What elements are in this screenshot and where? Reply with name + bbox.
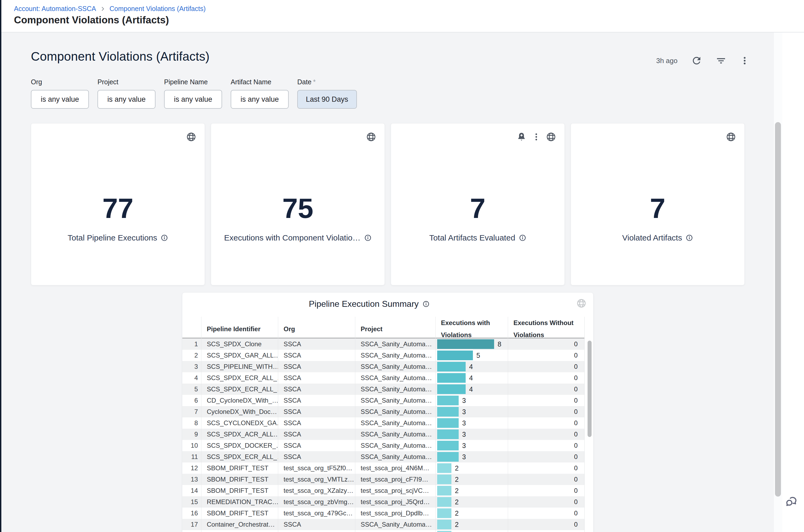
stat-label: Violated Artifacts bbox=[622, 233, 682, 242]
table-row-partial bbox=[182, 530, 584, 532]
filter-value-chip[interactable]: is any value bbox=[231, 90, 289, 109]
violations-bar[interactable] bbox=[437, 452, 459, 462]
filter-label: Org bbox=[31, 78, 89, 86]
pipeline-identifier-cell: SBOM_DRIFT_TEST bbox=[201, 508, 278, 519]
globe-icon[interactable] bbox=[546, 132, 556, 142]
breadcrumb-account-link[interactable]: Account: Automation-SSCA bbox=[14, 5, 96, 13]
violations-bar[interactable] bbox=[437, 486, 451, 495]
column-header[interactable]: Executions with Violations bbox=[435, 317, 508, 341]
project-cell: test_ssca_proj_4N6M… bbox=[355, 462, 435, 474]
violations-bar[interactable] bbox=[437, 373, 466, 383]
page-scrollbar[interactable] bbox=[775, 122, 781, 497]
refresh-icon[interactable] bbox=[691, 55, 702, 66]
executions-without-violations-cell: 0 bbox=[508, 462, 585, 474]
executions-with-violations-cell: 3 bbox=[435, 429, 508, 440]
executions-with-violations-cell: 3 bbox=[435, 406, 508, 417]
bell-plus-icon[interactable] bbox=[516, 132, 527, 142]
pipeline-identifier-cell: SCS_PIPELINE_WITH… bbox=[201, 361, 278, 372]
kebab-menu-icon[interactable] bbox=[740, 56, 749, 65]
table-row: 6CD_CycloneDX_With_…SSCASSCA_Sanity_Auto… bbox=[182, 395, 584, 406]
table-row: 3SCS_PIPELINE_WITH…SSCASSCA_Sanity_Autom… bbox=[182, 361, 584, 372]
info-icon[interactable] bbox=[519, 234, 526, 242]
table-row: 2SCS_SPDX_GAR_ALL…SSCASSCA_Sanity_Automa… bbox=[182, 350, 584, 361]
executions-without-violations-cell: 0 bbox=[508, 350, 585, 361]
org-cell: test_ssca_org_VMTLz… bbox=[278, 474, 355, 485]
filter-value-chip[interactable]: is any value bbox=[31, 90, 89, 109]
pipeline-identifier-cell: SCS_SPDX_GAR_ALL… bbox=[201, 350, 278, 361]
info-icon[interactable] bbox=[161, 234, 168, 242]
violations-bar[interactable] bbox=[437, 384, 466, 394]
org-cell: SSCA bbox=[278, 440, 355, 451]
violations-bar[interactable] bbox=[437, 362, 466, 372]
globe-icon[interactable] bbox=[366, 132, 376, 142]
row-number-cell: 1 bbox=[182, 339, 201, 350]
violations-bar-value: 4 bbox=[469, 374, 473, 382]
table-row: 17Container_Orchestrat…SSCASSCA_Sanity_A… bbox=[182, 519, 584, 530]
violations-bar[interactable] bbox=[437, 350, 473, 360]
violations-bar[interactable] bbox=[437, 508, 451, 518]
column-header[interactable]: Org bbox=[278, 317, 355, 341]
violations-bar[interactable] bbox=[437, 418, 459, 428]
breadcrumb-current-link[interactable]: Component Violations (Artifacts) bbox=[110, 5, 206, 13]
filter-label: Date* bbox=[297, 78, 357, 86]
violations-bar[interactable] bbox=[437, 430, 459, 439]
executions-without-violations-cell: 0 bbox=[508, 395, 585, 406]
violations-bar-value: 3 bbox=[462, 419, 466, 427]
org-cell: SSCA bbox=[278, 451, 355, 462]
row-number-cell: 10 bbox=[182, 440, 201, 451]
table-row: 14SBOM_DRIFT_TESTtest_ssca_org_XZalzy…te… bbox=[182, 485, 584, 496]
executions-with-violations-cell: 8 bbox=[435, 339, 508, 350]
globe-icon[interactable] bbox=[186, 132, 197, 142]
pipeline-identifier-cell bbox=[201, 530, 278, 532]
filter-icon[interactable] bbox=[716, 55, 726, 66]
row-number-cell: 7 bbox=[182, 406, 201, 417]
stat-label-row: Violated Artifacts bbox=[571, 233, 744, 242]
violations-bar-value: 4 bbox=[469, 363, 473, 371]
table-scrollbar[interactable] bbox=[587, 341, 592, 437]
table-title-row: Pipeline Execution Summary bbox=[182, 299, 556, 309]
row-number-cell: 5 bbox=[182, 384, 201, 395]
violations-bar[interactable] bbox=[437, 441, 459, 450]
filter-value-chip[interactable]: Last 90 Days bbox=[297, 90, 357, 109]
column-header[interactable]: Project bbox=[355, 317, 435, 341]
project-cell: SSCA_Sanity_Automa… bbox=[355, 429, 435, 440]
table-row: 8SCS_CYCLONEDX_GA…SSCASSCA_Sanity_Automa… bbox=[182, 417, 584, 429]
pipeline-identifier-cell: CycloneDX_With_Doc… bbox=[201, 406, 278, 417]
pipeline-identifier-cell: SCS_CYCLONEDX_GA… bbox=[201, 417, 278, 429]
info-icon[interactable] bbox=[686, 234, 693, 242]
filter-bar: Orgis any valueProjectis any valuePipeli… bbox=[31, 78, 357, 109]
stat-label: Total Pipeline Executions bbox=[68, 233, 157, 242]
stat-value: 77 bbox=[31, 194, 205, 223]
row-number-cell: 12 bbox=[182, 462, 201, 474]
filter-value-chip[interactable]: is any value bbox=[164, 90, 222, 109]
violations-bar[interactable] bbox=[437, 463, 451, 473]
table-row: 5SCS_SPDX_ECR_ALL_…SSCASSCA_Sanity_Autom… bbox=[182, 384, 584, 395]
row-number-cell: 16 bbox=[182, 508, 201, 519]
project-cell: SSCA_Sanity_Automa… bbox=[355, 440, 435, 451]
info-icon[interactable] bbox=[423, 300, 430, 308]
violations-bar-value: 3 bbox=[462, 442, 466, 450]
info-icon[interactable] bbox=[364, 234, 372, 242]
filter-value-chip[interactable]: is any value bbox=[97, 90, 155, 109]
column-header[interactable]: Executions Without Violations bbox=[508, 317, 585, 341]
violations-bar[interactable] bbox=[437, 396, 459, 405]
org-cell: test_ssca_org_zbVmg… bbox=[278, 496, 355, 508]
globe-icon[interactable] bbox=[576, 298, 587, 310]
violations-bar[interactable] bbox=[437, 520, 451, 529]
violations-bar[interactable] bbox=[437, 497, 451, 507]
table-row: 13SBOM_DRIFT_TESTtest_ssca_org_VMTLz…tes… bbox=[182, 474, 584, 485]
org-cell: test_ssca_org_XZalzy… bbox=[278, 485, 355, 496]
column-header[interactable]: Pipeline Identifier bbox=[201, 317, 278, 341]
chat-bubbles-icon[interactable] bbox=[784, 494, 800, 511]
violations-bar[interactable] bbox=[437, 407, 459, 417]
violations-bar[interactable] bbox=[437, 531, 451, 532]
pipeline-identifier-cell: SCS_SPDX_DOCKER_… bbox=[201, 440, 278, 451]
kebab-menu-icon[interactable] bbox=[532, 132, 541, 141]
row-number-cell: 13 bbox=[182, 474, 201, 485]
violations-bar[interactable] bbox=[437, 339, 494, 349]
executions-without-violations-cell: 0 bbox=[508, 406, 585, 417]
globe-icon[interactable] bbox=[726, 132, 736, 142]
violations-bar[interactable] bbox=[437, 475, 451, 484]
pipeline-identifier-cell: Container_Orchestrat… bbox=[201, 519, 278, 530]
project-cell: SSCA_Sanity_Automa… bbox=[355, 451, 435, 462]
